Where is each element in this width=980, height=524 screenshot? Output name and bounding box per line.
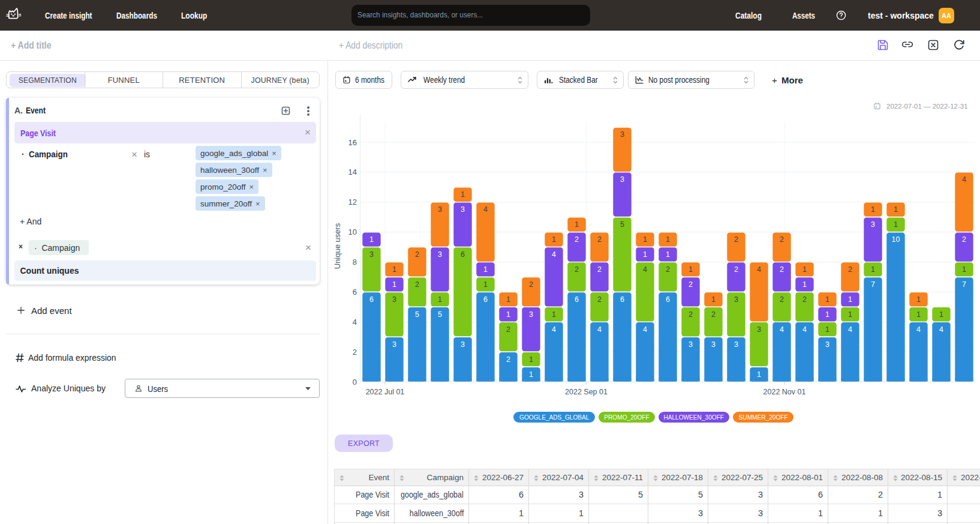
svg-text:6: 6 — [461, 250, 465, 259]
svg-text:2: 2 — [415, 280, 419, 289]
svg-text:3: 3 — [620, 130, 624, 139]
svg-text:6: 6 — [575, 295, 579, 304]
svg-text:1: 1 — [575, 220, 579, 229]
svg-text:2: 2 — [711, 310, 716, 319]
svg-text:2: 2 — [597, 235, 602, 244]
svg-text:1: 1 — [825, 325, 829, 334]
svg-text:1: 1 — [483, 280, 488, 289]
svg-text:6: 6 — [620, 295, 624, 304]
svg-text:3: 3 — [757, 325, 761, 334]
svg-text:1: 1 — [802, 280, 807, 289]
svg-text:10: 10 — [348, 227, 358, 236]
svg-text:2: 2 — [597, 295, 602, 304]
svg-text:4: 4 — [848, 325, 852, 334]
svg-text:2: 2 — [802, 295, 807, 304]
svg-text:1: 1 — [962, 265, 966, 274]
svg-text:1: 1 — [552, 310, 556, 319]
svg-text:4: 4 — [643, 325, 647, 334]
svg-text:1: 1 — [392, 265, 396, 274]
svg-text:2022 Sep 01: 2022 Sep 01 — [565, 388, 608, 396]
svg-text:5: 5 — [438, 310, 442, 319]
svg-text:2: 2 — [734, 235, 738, 244]
svg-text:0: 0 — [353, 378, 359, 387]
svg-text:16: 16 — [348, 138, 358, 147]
svg-text:1: 1 — [461, 190, 465, 199]
svg-text:2: 2 — [689, 280, 693, 289]
svg-text:10: 10 — [892, 235, 900, 244]
svg-text:6: 6 — [666, 295, 670, 304]
svg-text:4: 4 — [780, 325, 784, 334]
svg-text:3: 3 — [461, 205, 465, 214]
svg-text:1: 1 — [552, 235, 556, 244]
svg-text:1: 1 — [392, 280, 396, 289]
svg-text:2: 2 — [734, 265, 738, 274]
svg-text:1: 1 — [871, 205, 875, 214]
svg-text:3: 3 — [392, 340, 396, 349]
svg-text:3: 3 — [369, 250, 374, 259]
svg-text:6: 6 — [483, 295, 488, 304]
svg-text:2: 2 — [666, 265, 670, 274]
svg-text:4: 4 — [643, 265, 647, 274]
svg-text:3: 3 — [711, 340, 716, 349]
svg-text:6: 6 — [369, 295, 374, 304]
svg-text:4: 4 — [552, 325, 556, 334]
svg-text:3: 3 — [734, 340, 738, 349]
svg-text:2: 2 — [689, 310, 693, 319]
svg-text:1: 1 — [916, 310, 921, 319]
svg-text:1: 1 — [802, 265, 807, 274]
svg-text:2: 2 — [575, 235, 579, 244]
svg-text:4: 4 — [597, 325, 602, 334]
svg-text:7: 7 — [871, 280, 875, 289]
svg-text:12: 12 — [348, 197, 358, 206]
svg-text:4: 4 — [962, 175, 966, 184]
svg-text:3: 3 — [689, 340, 693, 349]
svg-text:4: 4 — [939, 325, 943, 334]
svg-text:1: 1 — [894, 220, 898, 229]
svg-text:6: 6 — [353, 288, 359, 297]
svg-text:1: 1 — [529, 370, 533, 379]
svg-text:2: 2 — [529, 280, 533, 289]
svg-text:1: 1 — [483, 265, 488, 274]
svg-text:1: 1 — [916, 295, 921, 304]
svg-text:1: 1 — [369, 235, 374, 244]
svg-text:4: 4 — [552, 250, 556, 259]
svg-text:3: 3 — [392, 295, 396, 304]
svg-text:1: 1 — [939, 310, 943, 319]
svg-text:14: 14 — [348, 167, 358, 176]
svg-text:5: 5 — [620, 220, 624, 229]
svg-text:2: 2 — [575, 265, 579, 274]
svg-text:1: 1 — [871, 265, 875, 274]
svg-text:2: 2 — [780, 295, 784, 304]
svg-text:3: 3 — [825, 340, 829, 349]
svg-text:1: 1 — [506, 295, 510, 304]
svg-text:2: 2 — [506, 355, 510, 364]
svg-text:3: 3 — [438, 205, 442, 214]
svg-text:4: 4 — [757, 265, 761, 274]
svg-text:1: 1 — [825, 310, 829, 319]
svg-text:3: 3 — [620, 175, 624, 184]
svg-text:3: 3 — [871, 220, 875, 229]
svg-text:1: 1 — [643, 250, 647, 259]
svg-text:2: 2 — [597, 265, 602, 274]
svg-text:1: 1 — [529, 355, 533, 364]
svg-text:2022 Jul 01: 2022 Jul 01 — [366, 388, 405, 396]
svg-text:3: 3 — [461, 340, 465, 349]
svg-text:3: 3 — [734, 295, 738, 304]
svg-text:2: 2 — [962, 235, 966, 244]
svg-text:4: 4 — [483, 205, 488, 214]
svg-text:1: 1 — [757, 370, 761, 379]
svg-text:8: 8 — [353, 257, 359, 267]
svg-text:1: 1 — [689, 265, 693, 274]
svg-text:1: 1 — [848, 295, 852, 304]
svg-text:1: 1 — [643, 235, 647, 244]
svg-text:5: 5 — [415, 310, 419, 319]
svg-text:1: 1 — [506, 310, 510, 319]
svg-text:2: 2 — [780, 265, 784, 274]
svg-text:2: 2 — [415, 250, 419, 259]
svg-text:Unique users: Unique users — [333, 223, 342, 269]
svg-text:1: 1 — [438, 295, 442, 304]
svg-text:7: 7 — [962, 280, 966, 289]
svg-text:4: 4 — [353, 318, 359, 327]
svg-text:1: 1 — [825, 295, 829, 304]
svg-text:1: 1 — [894, 205, 898, 214]
